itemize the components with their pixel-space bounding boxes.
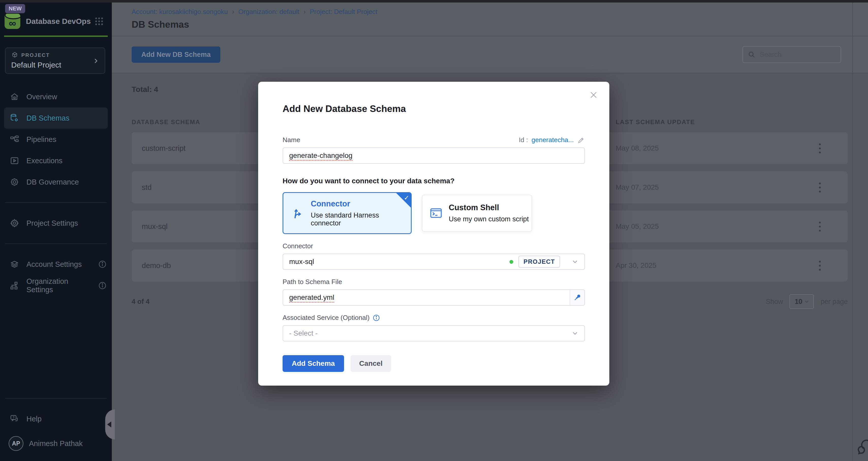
sidebar-collapse-handle[interactable] — [105, 409, 115, 439]
id-prefix: Id : — [519, 136, 528, 144]
schema-last-update: May 08, 2025 — [616, 144, 802, 152]
add-new-db-schema-button[interactable]: Add New DB Schema — [132, 46, 220, 63]
status-green-dot — [509, 260, 513, 264]
scope-badge: PROJECT — [518, 256, 560, 268]
brand-divider — [4, 36, 108, 37]
app-title: Database DevOps — [26, 17, 91, 26]
chevron-down-icon — [804, 299, 810, 305]
path-input[interactable]: generated.yml — [283, 289, 585, 306]
breadcrumb-project[interactable]: Project: Default Project — [310, 8, 377, 16]
schema-last-update: May 07, 2025 — [616, 183, 802, 191]
sidebar-item-label: Pipelines — [26, 135, 56, 144]
sidebar-item-label: Project Settings — [26, 219, 78, 227]
name-input[interactable]: generate-changelog — [283, 147, 585, 164]
sidebar-item-executions[interactable]: Executions — [0, 150, 112, 171]
executions-icon — [10, 156, 19, 166]
row-menu-kebab-icon[interactable] — [812, 143, 827, 153]
chevron-down-icon — [571, 330, 579, 337]
database-devops-logo-icon: ∞ — [5, 14, 20, 29]
right-rail — [852, 3, 868, 461]
sidebar: NEW ∞ Database DevOps — [0, 3, 112, 461]
option-desc: Use my own custom script — [449, 215, 529, 223]
per-page-label: per page — [820, 298, 848, 306]
name-label: Name — [283, 136, 300, 144]
pin-icon[interactable] — [570, 290, 584, 305]
show-label: Show — [766, 298, 783, 306]
browser-top-strip — [0, 0, 868, 3]
connector-value: mux-sql — [289, 258, 314, 266]
connector-label: Connector — [283, 242, 585, 250]
user-name: Animesh Pathak — [29, 439, 83, 448]
search-box[interactable] — [742, 46, 841, 63]
service-label: Associated Service (Optional) — [283, 314, 369, 322]
edit-pencil-icon[interactable] — [577, 136, 585, 144]
close-icon[interactable] — [589, 90, 598, 100]
sidebar-item-db-governance[interactable]: DB Governance — [0, 171, 112, 193]
connector-branch-icon — [291, 207, 304, 220]
sidebar-item-label: Executions — [26, 157, 63, 165]
search-input[interactable] — [760, 51, 836, 59]
sidebar-item-label: Organization Settings — [26, 277, 91, 294]
breadcrumb-account[interactable]: Account: kurosakiichigo.songoku — [132, 8, 228, 16]
info-icon[interactable] — [98, 260, 107, 269]
option-card-connector[interactable]: ✓ Connector Use standard Harness connect… — [283, 192, 412, 234]
connector-select[interactable]: mux-sql PROJECT — [283, 254, 585, 270]
project-selector[interactable]: PROJECT Default Project — [5, 47, 105, 74]
modal-title: Add New Database Schema — [283, 82, 585, 114]
help-chat-icon: ? — [10, 414, 19, 424]
sidebar-item-help[interactable]: ? Help — [0, 408, 112, 430]
path-input-value: generated.yml — [289, 293, 334, 302]
svg-text:?: ? — [13, 416, 15, 419]
chevron-right-icon — [92, 58, 99, 64]
sidebar-item-label: DB Schemas — [26, 114, 69, 122]
module-grid-icon[interactable] — [94, 16, 104, 26]
breadcrumb-organization[interactable]: Organization: default — [238, 8, 299, 16]
user-profile[interactable]: AP Animesh Pathak — [0, 436, 112, 461]
pagination-range: 4 of 4 — [132, 298, 150, 306]
sidebar-item-overview[interactable]: Overview — [0, 86, 112, 107]
toolbar: Add New DB Schema — [112, 36, 868, 73]
cancel-button[interactable]: Cancel — [351, 355, 391, 372]
schema-last-update: Apr 30, 2025 — [616, 261, 802, 270]
id-value-link[interactable]: generatecha... — [532, 136, 574, 144]
sidebar-item-label: Overview — [26, 93, 57, 101]
row-menu-kebab-icon[interactable] — [812, 183, 827, 192]
sidebar-item-label: DB Governance — [26, 178, 79, 186]
schema-last-update: May 05, 2025 — [616, 222, 802, 230]
service-placeholder: - Select - — [289, 329, 318, 337]
breadcrumb: Account: kurosakiichigo.songoku › Organi… — [132, 8, 868, 16]
sidebar-item-organization-settings[interactable]: Organization Settings — [0, 275, 112, 296]
sidebar-item-account-settings[interactable]: Account Settings — [0, 254, 112, 275]
pipelines-icon — [10, 135, 19, 144]
collapse-arrow-icon — [107, 421, 111, 427]
page-size-value: 10 — [795, 298, 802, 306]
sidebar-divider — [5, 202, 107, 203]
settings-gear-icon — [10, 218, 19, 228]
brand-block: NEW ∞ Database DevOps — [0, 3, 112, 29]
terminal-icon — [429, 207, 443, 220]
row-menu-kebab-icon[interactable] — [812, 261, 827, 271]
new-badge: NEW — [5, 4, 25, 13]
add-schema-button[interactable]: Add Schema — [283, 355, 344, 372]
sidebar-item-label: Help — [26, 415, 42, 423]
chat-bubbles-icon[interactable] — [855, 437, 868, 457]
layers-gear-icon — [10, 259, 19, 269]
org-hierarchy-icon — [10, 281, 19, 290]
row-menu-kebab-icon[interactable] — [812, 222, 827, 232]
sidebar-item-pipelines[interactable]: Pipelines — [0, 129, 112, 150]
sidebar-divider — [5, 243, 107, 244]
sidebar-item-db-schemas[interactable]: DB Schemas — [4, 107, 108, 129]
avatar: AP — [9, 436, 23, 451]
sidebar-item-project-settings[interactable]: Project Settings — [0, 212, 112, 234]
info-icon[interactable] — [98, 281, 107, 290]
service-select[interactable]: - Select - — [283, 325, 585, 341]
info-icon[interactable] — [373, 314, 380, 322]
page-header: Account: kurosakiichigo.songoku › Organi… — [112, 3, 868, 36]
home-icon — [10, 92, 19, 102]
chevron-down-icon — [571, 258, 579, 266]
option-desc: Use standard Harness connector — [311, 211, 411, 227]
db-schema-icon — [10, 113, 19, 123]
page-size-select[interactable]: 10 — [789, 294, 814, 309]
option-card-custom-shell[interactable]: Custom Shell Use my own custom script — [422, 195, 532, 232]
sidebar-divider — [5, 398, 107, 399]
